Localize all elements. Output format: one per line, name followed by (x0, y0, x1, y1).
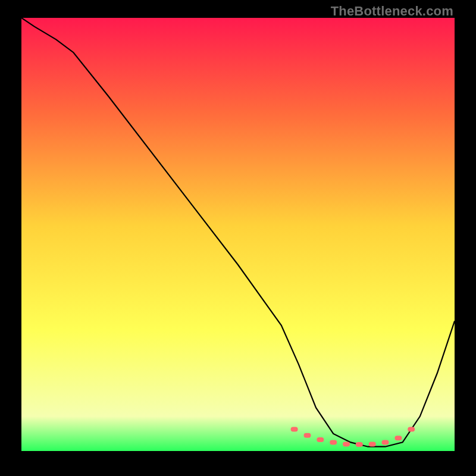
watermark-text: TheBottleneck.com (331, 4, 453, 19)
chart-svg (21, 18, 455, 451)
gradient-background (21, 18, 455, 451)
valley-dot (356, 442, 363, 447)
valley-dot (394, 436, 402, 440)
valley-dot (369, 441, 376, 446)
valley-dot (304, 433, 311, 438)
valley-dot (291, 427, 298, 432)
valley-dot (317, 437, 324, 442)
valley-dot (382, 440, 389, 444)
valley-dot (330, 440, 337, 444)
valley-dot (343, 441, 350, 446)
plot-area (21, 18, 455, 451)
valley-dot (408, 427, 415, 432)
